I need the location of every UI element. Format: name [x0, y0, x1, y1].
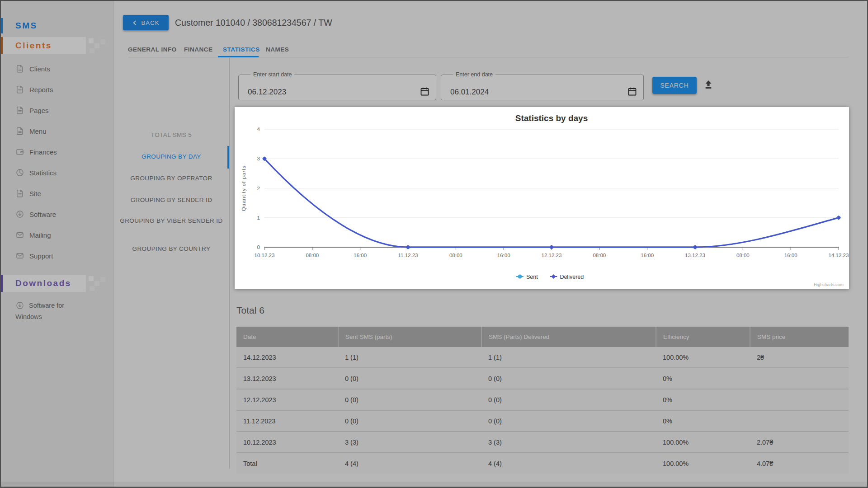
x-tick-label: 12.12.23 [542, 253, 562, 258]
marker-delivered [406, 245, 410, 249]
x-tick-label: 08:00 [593, 253, 606, 258]
y-tick-label: 2 [257, 186, 260, 191]
app-window: SMS Clients ClientsReportsPagesMenuFinan… [0, 0, 868, 488]
x-tick-label: 11.12.23 [398, 253, 418, 258]
x-tick-label: 10.12.23 [255, 253, 275, 258]
x-tick-label: 08:00 [449, 253, 462, 258]
x-tick-label: 14.12.23 [829, 253, 849, 258]
marker-delivered [549, 245, 554, 249]
marker-delivered [836, 216, 841, 220]
chart-credit: Highcharts.com [814, 282, 844, 287]
y-axis-title: Quantity of parts [241, 165, 246, 211]
series-line-sent [264, 159, 839, 247]
legend-label-delivered: Delivered [560, 274, 584, 280]
y-tick-label: 1 [257, 215, 260, 221]
x-tick-label: 08:00 [306, 253, 319, 258]
marker-delivered [693, 245, 698, 249]
series-line-delivered [264, 159, 839, 247]
x-tick-label: 16:00 [354, 253, 367, 258]
legend-marker-delivered [551, 274, 556, 279]
y-tick-label: 3 [257, 156, 260, 161]
x-tick-label: 16:00 [497, 253, 510, 258]
x-tick-label: 08:00 [736, 253, 750, 258]
chart-title: Statistics by days [515, 113, 588, 123]
statistics-chart: Statistics by days01234Quantity of parts… [235, 107, 849, 289]
legend-marker-sent [518, 275, 522, 279]
y-tick-label: 4 [257, 127, 260, 132]
legend-label-sent: Sent [526, 274, 538, 280]
x-tick-label: 16:00 [641, 253, 654, 258]
x-tick-label: 16:00 [784, 253, 797, 258]
y-tick-label: 0 [257, 244, 260, 250]
x-tick-label: 13.12.23 [685, 253, 705, 258]
